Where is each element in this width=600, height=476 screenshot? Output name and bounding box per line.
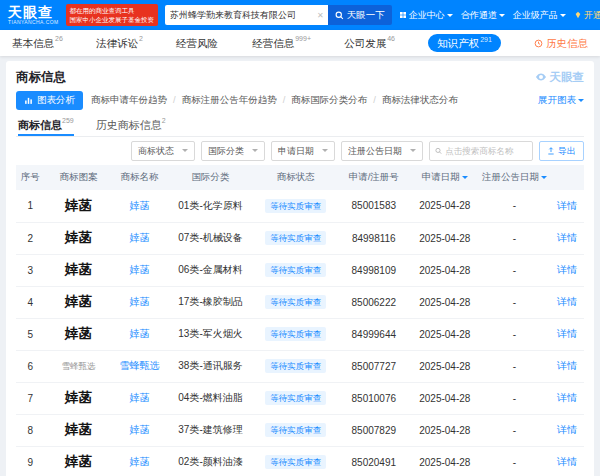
nav-tab-risk[interactable]: 经营风险 [176,37,219,50]
table-row: 7 婞菡 婞菡 04类-燃料油脂 等待实质审查 85010076 2025-04… [16,382,584,414]
trademark-name-link[interactable]: 婞菡 [130,392,150,403]
apply-date: 2025-04-28 [411,382,479,414]
apply-date: 2025-04-28 [411,318,479,350]
menu-item-vip[interactable]: 开通会员 [574,9,600,22]
detail-link[interactable]: 详情 [557,456,577,467]
nav-tab-label: 历史信息 [546,37,588,50]
trademark-name-link[interactable]: 婞菡 [130,296,150,307]
trademark-image[interactable]: 婞菡 [65,197,92,213]
export-icon [547,147,555,155]
export-button[interactable]: 导出 [539,141,584,161]
nav-tab-label: 法律诉讼 [96,37,138,50]
row-index: 6 [16,350,44,382]
detail-link[interactable]: 详情 [557,424,577,435]
tab-trademark-info[interactable]: 商标信息259 [18,119,74,136]
intl-class: 37类-建筑修理 [167,414,255,446]
tab-history-trademark[interactable]: 历史商标信息2 [96,119,166,136]
chart-link-apply-year[interactable]: 商标申请年份趋势 [91,94,182,107]
menu-item-enterprise-center[interactable]: 企业中心 [399,9,453,22]
trademark-image[interactable]: 雪蜂甄选 [61,361,95,371]
filter-pub-date[interactable]: 注册公告日期 [341,141,423,161]
tianyancha-logo[interactable]: 天眼查 TIANYANCHA.COM [8,5,59,25]
trademark-name-link[interactable]: 婞菡 [130,232,150,243]
trademark-name-link[interactable]: 雪蜂甄选 [120,360,160,371]
trademark-image[interactable]: 婞菡 [65,229,92,245]
pub-date: - [479,318,550,350]
trademark-name-link[interactable]: 婞菡 [130,424,150,435]
trademark-image[interactable]: 婞菡 [65,261,92,277]
filter-trademark-status[interactable]: 商标状态 [131,141,195,161]
reg-number: 85006222 [337,286,411,318]
detail-link[interactable]: 详情 [557,328,577,339]
brand-badge: 都在用的商业查询工具 国家中小企业发展子基金投资 [66,4,159,27]
detail-link[interactable]: 详情 [557,392,577,403]
clear-search-icon[interactable]: ✕ [313,5,328,25]
filter-apply-date[interactable]: 申请日期 [271,141,335,161]
row-index: 8 [16,414,44,446]
row-index: 5 [16,318,44,350]
apply-date: 2025-04-28 [411,254,479,286]
nav-tab-label: 公司发展 [344,37,386,50]
menu-item-enterprise-products[interactable]: 企业级产品 [513,9,566,22]
trademark-name-link[interactable]: 婞菡 [130,264,150,275]
detail-link[interactable]: 详情 [557,200,577,211]
sort-down-icon[interactable] [462,176,468,182]
nav-tab-intellectual-property[interactable]: 知识产权291 [428,34,501,53]
trademark-image[interactable]: 婞菡 [65,421,92,437]
detail-link[interactable]: 详情 [557,296,577,307]
trademark-name-link[interactable]: 婞菡 [130,456,150,467]
expand-chart-link[interactable]: 展开图表 [538,94,584,107]
nav-tab-basic-info[interactable]: 基本信息26 [12,37,63,50]
nav-tab-operation[interactable]: 经营信息999+ [252,37,311,50]
search-button[interactable]: 天眼一下 [328,5,392,25]
row-index: 3 [16,254,44,286]
pub-date: - [479,414,550,446]
chart-link-status-dist[interactable]: 商标法律状态分布 [382,94,458,107]
nav-tab-development[interactable]: 公司发展46 [344,37,395,50]
pub-date: - [479,254,550,286]
col-trademark-image: 商标图案 [44,165,112,190]
col-index: 序号 [16,165,44,190]
menu-item-cooperation[interactable]: 合作通道 [461,9,505,22]
top-header: 天眼查 TIANYANCHA.COM 都在用的商业查询工具 国家中小企业发展子基… [0,0,600,30]
intl-class: 04类-燃料油脂 [167,382,255,414]
row-index: 7 [16,382,44,414]
intl-class: 38类-通讯服务 [167,350,255,382]
trademark-image[interactable]: 婞菡 [65,453,92,469]
chart-link-reg-year[interactable]: 商标注册公告年份趋势 [182,94,292,107]
nav-tab-history[interactable]: 历史信息 [534,37,588,50]
filter-intl-class[interactable]: 国际分类 [201,141,265,161]
logo-text: 天眼查 [8,5,59,19]
nav-tab-legal[interactable]: 法律诉讼2 [96,37,143,50]
company-search-input[interactable] [165,5,313,25]
trademark-name-link[interactable]: 婞菡 [130,200,150,211]
reg-number: 85020491 [337,446,411,476]
trademark-name-link[interactable]: 婞菡 [130,328,150,339]
sort-down-icon[interactable] [541,176,547,182]
reg-number: 85001583 [337,190,411,222]
detail-link[interactable]: 详情 [557,232,577,243]
status-badge: 等待实质审查 [265,391,326,405]
col-pub-date[interactable]: 注册公告日期 [479,165,550,190]
chart-link-class-dist[interactable]: 商标国际分类分布 [291,94,382,107]
col-apply-date[interactable]: 申请日期 [411,165,479,190]
detail-link[interactable]: 详情 [557,360,577,371]
reg-number: 84999644 [337,318,411,350]
table-row: 9 婞菡 婞菡 02类-颜料油漆 等待实质审查 85020491 2025-04… [16,446,584,476]
grid-icon [399,11,407,19]
pub-date: - [479,190,550,222]
trademark-image[interactable]: 婞菡 [65,325,92,341]
trademark-tabs: 商标信息259 历史商标信息2 [16,113,584,137]
search-button-label: 天眼一下 [347,9,385,22]
table-header-row: 序号 商标图案 商标名称 国际分类 商标状态 申请/注册号 申请日期 注册公告日… [16,165,584,190]
detail-link[interactable]: 详情 [557,264,577,275]
trademark-search-input[interactable] [445,146,527,156]
brand-badge-line2: 国家中小企业发展子基金投资 [70,15,155,24]
chart-analysis-button[interactable]: 图表分析 [16,91,83,110]
table-row: 6 雪蜂甄选 雪蜂甄选 38类-通讯服务 等待实质审查 85007727 202… [16,350,584,382]
trademark-image[interactable]: 婞菡 [65,293,92,309]
trademark-image[interactable]: 婞菡 [65,389,92,405]
apply-date: 2025-04-28 [411,222,479,254]
apply-date: 2025-04-28 [411,286,479,318]
status-badge: 等待实质审查 [265,455,326,469]
